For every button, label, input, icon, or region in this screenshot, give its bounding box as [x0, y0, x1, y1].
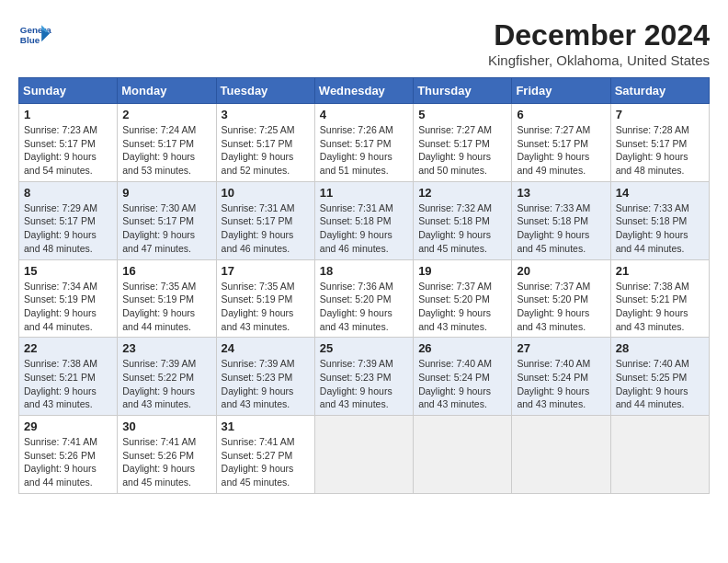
day-number: 11: [320, 186, 408, 200]
calendar-cell: 16Sunrise: 7:35 AM Sunset: 5:19 PM Dayli…: [118, 259, 216, 338]
day-detail: Sunrise: 7:32 AM Sunset: 5:18 PM Dayligh…: [418, 201, 506, 256]
calendar-cell: [610, 416, 709, 494]
day-detail: Sunrise: 7:36 AM Sunset: 5:20 PM Dayligh…: [320, 280, 408, 334]
col-header-thursday: Thursday: [414, 78, 512, 104]
day-number: 18: [320, 264, 408, 278]
day-number: 26: [418, 341, 506, 355]
day-number: 29: [24, 419, 112, 433]
day-detail: Sunrise: 7:35 AM Sunset: 5:19 PM Dayligh…: [222, 280, 310, 334]
day-number: 10: [222, 186, 310, 200]
day-number: 20: [517, 264, 605, 278]
main-title: December 2024: [488, 18, 710, 52]
day-detail: Sunrise: 7:41 AM Sunset: 5:26 PM Dayligh…: [122, 435, 210, 489]
day-detail: Sunrise: 7:33 AM Sunset: 5:18 PM Dayligh…: [517, 201, 605, 256]
day-detail: Sunrise: 7:37 AM Sunset: 5:20 PM Dayligh…: [418, 280, 506, 334]
day-detail: Sunrise: 7:40 AM Sunset: 5:24 PM Dayligh…: [517, 357, 605, 411]
day-number: 25: [320, 341, 408, 355]
col-header-saturday: Saturday: [610, 78, 709, 104]
day-number: 8: [24, 186, 112, 200]
day-detail: Sunrise: 7:40 AM Sunset: 5:25 PM Dayligh…: [616, 357, 704, 411]
calendar-cell: 13Sunrise: 7:33 AM Sunset: 5:18 PM Dayli…: [512, 181, 610, 259]
day-number: 14: [616, 186, 704, 200]
calendar-cell: 21Sunrise: 7:38 AM Sunset: 5:21 PM Dayli…: [610, 259, 709, 338]
col-header-monday: Monday: [118, 78, 216, 104]
day-detail: Sunrise: 7:31 AM Sunset: 5:18 PM Dayligh…: [320, 201, 408, 256]
day-detail: Sunrise: 7:29 AM Sunset: 5:17 PM Dayligh…: [24, 201, 112, 256]
day-number: 4: [320, 108, 408, 121]
day-detail: Sunrise: 7:27 AM Sunset: 5:17 PM Dayligh…: [517, 123, 605, 178]
calendar-cell: 1Sunrise: 7:23 AM Sunset: 5:17 PM Daylig…: [19, 104, 118, 182]
day-number: 21: [616, 264, 704, 278]
day-number: 13: [517, 186, 605, 200]
day-detail: Sunrise: 7:24 AM Sunset: 5:17 PM Dayligh…: [122, 123, 210, 178]
day-number: 27: [517, 341, 605, 355]
day-number: 1: [24, 108, 112, 121]
day-detail: Sunrise: 7:37 AM Sunset: 5:20 PM Dayligh…: [517, 280, 605, 334]
week-row-1: 1Sunrise: 7:23 AM Sunset: 5:17 PM Daylig…: [19, 104, 710, 182]
calendar-cell: 27Sunrise: 7:40 AM Sunset: 5:24 PM Dayli…: [512, 338, 610, 416]
calendar-cell: 29Sunrise: 7:41 AM Sunset: 5:26 PM Dayli…: [19, 416, 118, 494]
day-number: 7: [616, 108, 704, 121]
day-detail: Sunrise: 7:39 AM Sunset: 5:23 PM Dayligh…: [320, 357, 408, 411]
day-number: 23: [122, 341, 210, 355]
day-detail: Sunrise: 7:39 AM Sunset: 5:22 PM Dayligh…: [122, 357, 210, 411]
day-number: 9: [122, 186, 210, 200]
day-number: 28: [616, 341, 704, 355]
calendar-cell: [512, 416, 610, 494]
day-number: 2: [122, 108, 210, 121]
day-number: 17: [222, 264, 310, 278]
calendar-cell: 22Sunrise: 7:38 AM Sunset: 5:21 PM Dayli…: [19, 338, 118, 416]
day-detail: Sunrise: 7:35 AM Sunset: 5:19 PM Dayligh…: [122, 280, 210, 334]
calendar-cell: 3Sunrise: 7:25 AM Sunset: 5:17 PM Daylig…: [216, 104, 314, 182]
calendar-cell: 28Sunrise: 7:40 AM Sunset: 5:25 PM Dayli…: [610, 338, 709, 416]
svg-text:Blue: Blue: [20, 35, 40, 45]
calendar-cell: 10Sunrise: 7:31 AM Sunset: 5:17 PM Dayli…: [216, 181, 314, 259]
week-row-5: 29Sunrise: 7:41 AM Sunset: 5:26 PM Dayli…: [19, 416, 710, 494]
calendar-cell: 23Sunrise: 7:39 AM Sunset: 5:22 PM Dayli…: [118, 338, 216, 416]
calendar-cell: 8Sunrise: 7:29 AM Sunset: 5:17 PM Daylig…: [19, 181, 118, 259]
calendar-cell: 12Sunrise: 7:32 AM Sunset: 5:18 PM Dayli…: [414, 181, 512, 259]
calendar-cell: 31Sunrise: 7:41 AM Sunset: 5:27 PM Dayli…: [216, 416, 314, 494]
day-detail: Sunrise: 7:41 AM Sunset: 5:26 PM Dayligh…: [24, 435, 112, 489]
calendar-cell: 11Sunrise: 7:31 AM Sunset: 5:18 PM Dayli…: [314, 181, 413, 259]
day-detail: Sunrise: 7:25 AM Sunset: 5:17 PM Dayligh…: [222, 123, 310, 178]
calendar-header: SundayMondayTuesdayWednesdayThursdayFrid…: [19, 78, 710, 104]
calendar-cell: 18Sunrise: 7:36 AM Sunset: 5:20 PM Dayli…: [314, 259, 413, 338]
week-row-2: 8Sunrise: 7:29 AM Sunset: 5:17 PM Daylig…: [19, 181, 710, 259]
day-detail: Sunrise: 7:40 AM Sunset: 5:24 PM Dayligh…: [418, 357, 506, 411]
day-detail: Sunrise: 7:31 AM Sunset: 5:17 PM Dayligh…: [222, 201, 310, 256]
header: General Blue December 2024 Kingfisher, O…: [18, 18, 710, 68]
col-header-sunday: Sunday: [19, 78, 118, 104]
calendar-cell: 2Sunrise: 7:24 AM Sunset: 5:17 PM Daylig…: [118, 104, 216, 182]
calendar-cell: 15Sunrise: 7:34 AM Sunset: 5:19 PM Dayli…: [19, 259, 118, 338]
day-number: 30: [122, 419, 210, 433]
day-detail: Sunrise: 7:39 AM Sunset: 5:23 PM Dayligh…: [222, 357, 310, 411]
calendar-cell: 20Sunrise: 7:37 AM Sunset: 5:20 PM Dayli…: [512, 259, 610, 338]
header-row: SundayMondayTuesdayWednesdayThursdayFrid…: [19, 78, 710, 104]
day-detail: Sunrise: 7:27 AM Sunset: 5:17 PM Dayligh…: [418, 123, 506, 178]
title-block: December 2024 Kingfisher, Oklahoma, Unit…: [488, 18, 710, 68]
day-detail: Sunrise: 7:23 AM Sunset: 5:17 PM Dayligh…: [24, 123, 112, 178]
calendar-cell: 9Sunrise: 7:30 AM Sunset: 5:17 PM Daylig…: [118, 181, 216, 259]
day-detail: Sunrise: 7:30 AM Sunset: 5:17 PM Dayligh…: [122, 201, 210, 256]
day-number: 22: [24, 341, 112, 355]
day-detail: Sunrise: 7:33 AM Sunset: 5:18 PM Dayligh…: [616, 201, 704, 256]
day-number: 5: [418, 108, 506, 121]
col-header-friday: Friday: [512, 78, 610, 104]
day-number: 19: [418, 264, 506, 278]
calendar-cell: 5Sunrise: 7:27 AM Sunset: 5:17 PM Daylig…: [414, 104, 512, 182]
col-header-wednesday: Wednesday: [314, 78, 413, 104]
calendar-cell: 25Sunrise: 7:39 AM Sunset: 5:23 PM Dayli…: [314, 338, 413, 416]
calendar-cell: 24Sunrise: 7:39 AM Sunset: 5:23 PM Dayli…: [216, 338, 314, 416]
day-detail: Sunrise: 7:34 AM Sunset: 5:19 PM Dayligh…: [24, 280, 112, 334]
day-number: 31: [222, 419, 310, 433]
day-number: 15: [24, 264, 112, 278]
calendar-cell: [414, 416, 512, 494]
week-row-3: 15Sunrise: 7:34 AM Sunset: 5:19 PM Dayli…: [19, 259, 710, 338]
calendar-cell: 6Sunrise: 7:27 AM Sunset: 5:17 PM Daylig…: [512, 104, 610, 182]
calendar-body: 1Sunrise: 7:23 AM Sunset: 5:17 PM Daylig…: [19, 104, 710, 494]
subtitle: Kingfisher, Oklahoma, United States: [488, 52, 710, 68]
day-number: 24: [222, 341, 310, 355]
calendar-cell: 4Sunrise: 7:26 AM Sunset: 5:17 PM Daylig…: [314, 104, 413, 182]
logo-icon: General Blue: [18, 18, 51, 52]
